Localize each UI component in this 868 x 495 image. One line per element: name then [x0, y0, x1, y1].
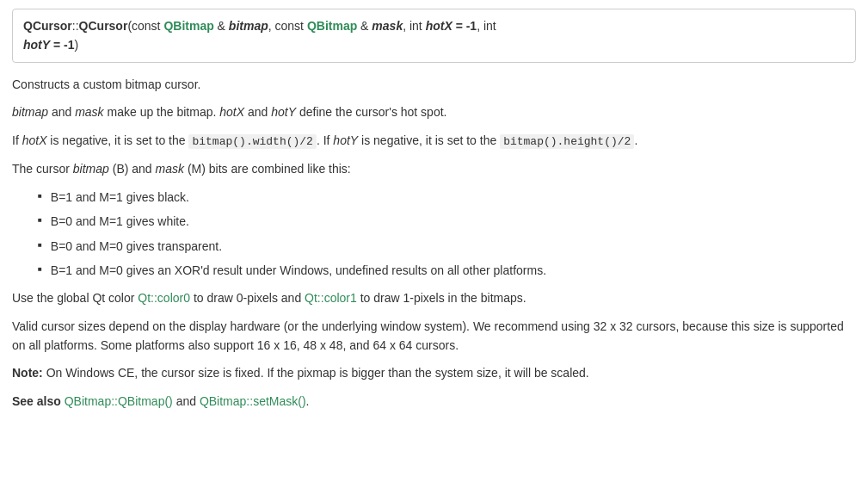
see-also-link1[interactable]: QBitmap::QBitmap(): [65, 394, 173, 408]
code-height: bitmap().height()/2: [500, 134, 634, 149]
signature-box: QCursor::QCursor(const QBitmap & bitmap,…: [12, 9, 856, 63]
note-paragraph: Note: On Windows CE, the cursor size is …: [12, 363, 856, 382]
qt-color0-link[interactable]: Qt::color0: [138, 291, 190, 305]
see-also-link2[interactable]: QBitmap::setMask(): [200, 394, 306, 408]
note-text: On Windows CE, the cursor size is fixed.…: [43, 366, 589, 380]
list-item: B=0 and M=1 gives white.: [38, 212, 856, 231]
see-also-label: See also: [12, 394, 61, 408]
param-type-1[interactable]: QBitmap: [163, 19, 213, 33]
code-width: bitmap().width()/2: [188, 134, 316, 149]
intro-paragraph: Constructs a custom bitmap cursor.: [12, 75, 856, 94]
list-item: B=1 and M=1 gives black.: [38, 188, 856, 207]
para2-paragraph: If hotX is negative, it is set to the bi…: [12, 131, 856, 152]
class-name: QCursor: [23, 19, 72, 33]
bullet-list: B=1 and M=1 gives black. B=0 and M=1 giv…: [38, 188, 856, 281]
para3-paragraph: The cursor bitmap (B) and mask (M) bits …: [12, 159, 856, 178]
param-type-2[interactable]: QBitmap: [307, 19, 357, 33]
method-name: QCursor: [79, 19, 128, 33]
para1-paragraph: bitmap and mask make up the bitmap. hotX…: [12, 102, 856, 121]
list-item: B=0 and M=0 gives transparent.: [38, 237, 856, 256]
note-label: Note:: [12, 366, 43, 380]
qt-color1-link[interactable]: Qt::color1: [305, 291, 357, 305]
description-section: Constructs a custom bitmap cursor. bitma…: [12, 75, 856, 411]
see-also-paragraph: See also QBitmap::QBitmap() and QBitmap:…: [12, 392, 856, 411]
para5-paragraph: Valid cursor sizes depend on the display…: [12, 317, 856, 356]
list-item: B=1 and M=0 gives an XOR'd result under …: [38, 261, 856, 280]
para4-paragraph: Use the global Qt color Qt::color0 to dr…: [12, 288, 856, 307]
